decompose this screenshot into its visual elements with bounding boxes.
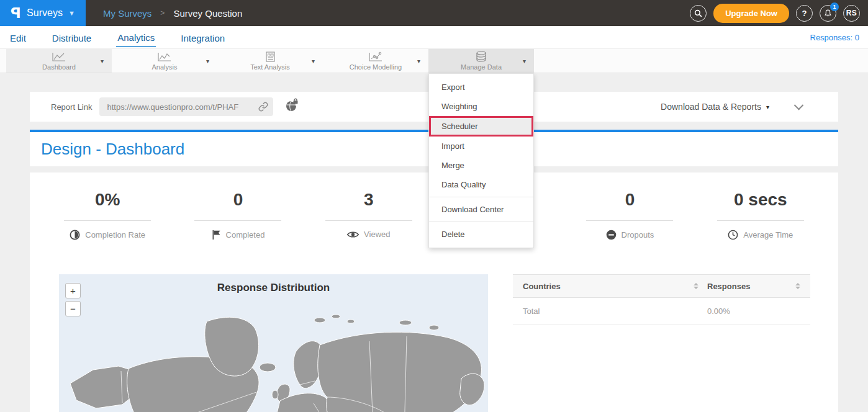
breadcrumb-current: Survey Question (173, 8, 242, 19)
tab-text-analysis[interactable]: Text Analysis ▾ (217, 49, 323, 73)
nav-integration[interactable]: Integration (179, 29, 226, 47)
stat-value: 0 (564, 189, 695, 211)
breadcrumb: My Surveys > Survey Question (103, 8, 242, 19)
manage-data-menu: Export Weighting Scheduler Import Merge … (428, 73, 534, 248)
menu-item-download-center[interactable]: Download Center (429, 200, 533, 219)
avatar-initials: RS (846, 9, 857, 17)
stat-value: 0 secs (695, 189, 826, 211)
scatter-chart-icon (368, 52, 383, 62)
section-nav: Edit Distribute Analytics Integration Re… (0, 26, 868, 48)
stat-average-time: 0 secs Average Time (695, 189, 826, 240)
tab-dashboard[interactable]: Dashboard ▾ (6, 49, 112, 73)
tab-choice-modelling[interactable]: Choice Modelling ▾ (323, 49, 428, 73)
divider (586, 220, 673, 221)
stat-value: 0% (42, 189, 173, 211)
divider (717, 220, 804, 221)
chevron-down-icon[interactable]: ▾ (312, 58, 315, 65)
product-name: Surveys (27, 7, 63, 19)
tab-label: Choice Modelling (350, 63, 402, 71)
stat-completion-rate: 0% Completion Rate (42, 189, 173, 240)
countries-table: Countries Responses Total 0.00% (513, 274, 810, 412)
minus-circle-icon (606, 230, 617, 240)
page-title: Design - Dashboard (41, 140, 184, 159)
notifications-button[interactable]: 1 (820, 5, 836, 22)
menu-item-import[interactable]: Import (429, 137, 533, 156)
nav-edit[interactable]: Edit (9, 29, 27, 47)
search-button[interactable] (690, 5, 707, 22)
product-switcher[interactable]: P Surveys ▼ (0, 0, 86, 26)
zoom-in-button[interactable]: + (65, 283, 81, 298)
collapse-panel-chevron-icon[interactable] (794, 100, 804, 110)
tab-label: Analysis (152, 63, 178, 71)
response-distribution-map: Response Distribution + − (59, 274, 488, 412)
stat-value: 0 (173, 189, 303, 211)
notification-badge: 1 (830, 2, 839, 11)
world-map[interactable] (59, 304, 488, 412)
chevron-down-icon: ▾ (766, 104, 769, 110)
menu-item-export[interactable]: Export (429, 78, 533, 97)
tab-manage-data[interactable]: Manage Data ▾ (428, 49, 534, 73)
clock-icon (728, 230, 738, 240)
line-chart-icon (52, 52, 66, 62)
download-data-reports-dropdown[interactable]: Download Data & Reports ▾ (661, 102, 769, 112)
avatar[interactable]: RS (843, 5, 860, 22)
map-title: Response Distribution (59, 274, 488, 294)
responses-count: Responses: 0 (810, 33, 860, 42)
stat-value: 3 (304, 189, 434, 211)
report-url-input[interactable] (99, 97, 273, 116)
question-mark-icon: ? (802, 9, 807, 18)
chevron-down-icon[interactable]: ▾ (206, 58, 209, 65)
report-url-wrap (99, 97, 273, 116)
analytics-toolbar: Dashboard ▾ Analysis ▾ Text Analysis ▾ C… (0, 48, 868, 73)
tab-analysis[interactable]: Analysis ▾ (112, 49, 217, 73)
chevron-down-icon[interactable]: ▾ (523, 58, 526, 65)
tab-label: Text Analysis (250, 63, 290, 71)
sort-icon[interactable] (795, 283, 800, 289)
breadcrumb-separator: > (160, 9, 165, 17)
menu-divider (429, 197, 533, 197)
database-icon (474, 51, 488, 62)
sort-icon[interactable] (694, 283, 698, 289)
divider (325, 220, 412, 221)
link-icon[interactable] (258, 102, 268, 114)
menu-item-delete[interactable]: Delete (429, 225, 533, 244)
menu-item-weighting[interactable]: Weighting (429, 97, 533, 116)
questionpro-logo-icon: P (11, 5, 21, 21)
half-circle-icon (70, 230, 80, 240)
stat-label: Average Time (743, 230, 793, 240)
flag-icon (212, 230, 221, 240)
stat-dropouts: 0 Dropouts (564, 189, 695, 240)
nav-distribute[interactable]: Distribute (51, 29, 93, 47)
stat-label: Viewed (364, 230, 390, 239)
menu-item-scheduler[interactable]: Scheduler (429, 116, 533, 137)
report-privacy-globe-lock-icon[interactable] (284, 98, 299, 115)
tab-label: Dashboard (42, 63, 76, 71)
header-actions: Upgrade Now ? 1 RS (690, 4, 868, 23)
stat-viewed: 3 Viewed (304, 189, 434, 240)
table-row: Total 0.00% (513, 298, 810, 325)
table-header: Countries Responses (513, 274, 810, 298)
countries-header: Countries (523, 282, 561, 291)
line-chart-icon (157, 52, 172, 62)
eye-icon (347, 230, 359, 239)
stat-completed: 0 Completed (173, 189, 303, 240)
search-icon (694, 9, 702, 17)
visualization-row: Response Distribution + − (30, 274, 838, 412)
responses-cell: 0.00% (707, 307, 800, 316)
help-button[interactable]: ? (796, 5, 813, 22)
responses-header: Responses (707, 282, 750, 291)
menu-item-data-quality[interactable]: Data Quality (429, 175, 533, 194)
upgrade-now-button[interactable]: Upgrade Now (713, 4, 789, 23)
top-header: P Surveys ▼ My Surveys > Survey Question… (0, 0, 868, 26)
tab-label: Manage Data (461, 63, 502, 71)
menu-item-merge[interactable]: Merge (429, 156, 533, 175)
menu-divider (429, 222, 533, 222)
chevron-down-icon[interactable]: ▾ (101, 58, 104, 65)
chevron-down-icon[interactable]: ▾ (417, 58, 420, 65)
text-document-icon (264, 52, 276, 62)
country-cell: Total (523, 307, 707, 316)
breadcrumb-my-surveys[interactable]: My Surveys (103, 8, 151, 19)
nav-analytics[interactable]: Analytics (116, 28, 156, 47)
divider (194, 220, 281, 221)
chevron-down-icon: ▼ (68, 9, 75, 17)
